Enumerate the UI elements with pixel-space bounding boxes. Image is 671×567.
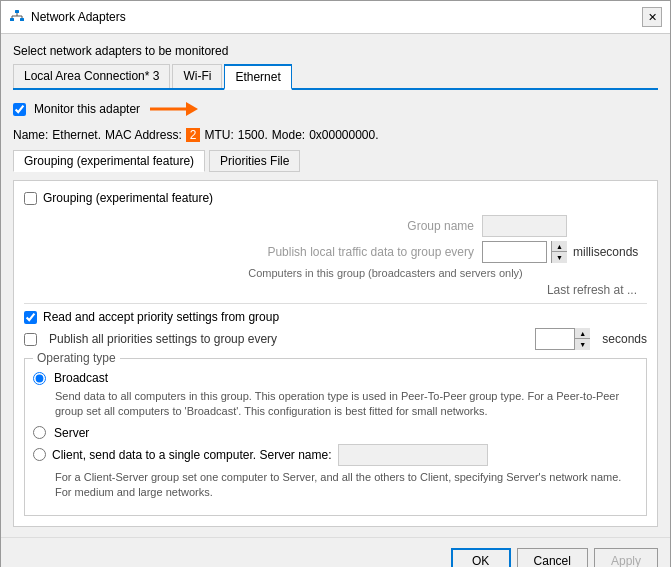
read-priority-checkbox[interactable] <box>24 311 37 324</box>
network-icon <box>9 9 25 25</box>
mode-label: Mode: <box>272 128 305 142</box>
footer: OK Cancel Apply <box>1 537 670 567</box>
name-label: Name: <box>13 128 48 142</box>
publish-priority-checkbox[interactable] <box>24 333 37 346</box>
svg-rect-2 <box>20 18 24 21</box>
close-button[interactable]: ✕ <box>642 7 662 27</box>
last-refresh-value: ... <box>627 283 637 297</box>
priority-spinner-buttons: ▲ ▼ <box>574 328 590 350</box>
spinner-buttons: ▲ ▼ <box>551 241 567 263</box>
radio-client[interactable] <box>33 448 46 461</box>
last-refresh-label: Last refresh at <box>547 283 624 297</box>
publish-priority-spinner: 60 ▲ ▼ <box>535 328 590 350</box>
client-desc: For a Client-Server group set one comput… <box>55 470 638 501</box>
adapter-tabs: Local Area Connection* 3 Wi-Fi Ethernet <box>13 64 658 90</box>
publish-traffic-label: Publish local traffic data to group ever… <box>24 245 482 259</box>
monitor-row: Monitor this adapter <box>13 98 658 120</box>
tab-wifi[interactable]: Wi-Fi <box>172 64 222 88</box>
read-priority-label: Read and accept priority settings from g… <box>43 310 279 324</box>
mtu-label: MTU: <box>204 128 233 142</box>
window-title: Network Adapters <box>31 10 126 24</box>
ok-button[interactable]: OK <box>451 548 511 567</box>
main-content: Select network adapters to be monitored … <box>1 34 670 537</box>
tab-ethernet[interactable]: Ethernet <box>224 64 291 90</box>
publish-unit: milliseconds <box>567 245 647 259</box>
svg-rect-0 <box>15 10 19 13</box>
monitor-label: Monitor this adapter <box>34 102 140 116</box>
tab-local-area[interactable]: Local Area Connection* 3 <box>13 64 170 88</box>
publish-priority-unit: seconds <box>602 332 647 346</box>
section-label: Select network adapters to be monitored <box>13 44 658 58</box>
publish-priority-row: Publish all priorities settings to group… <box>24 328 647 350</box>
arrow-annotation <box>148 98 198 120</box>
apply-button[interactable]: Apply <box>594 548 658 567</box>
operating-type-label: Operating type <box>33 351 120 365</box>
mode-value: 0x00000000. <box>309 128 378 142</box>
priority-spinner-down[interactable]: ▼ <box>574 339 590 350</box>
grouping-panel: Grouping (experimental feature) Group na… <box>13 180 658 527</box>
radio-server[interactable] <box>33 426 46 439</box>
group-name-input[interactable] <box>482 215 567 237</box>
cancel-button[interactable]: Cancel <box>517 548 588 567</box>
operating-type-box: Operating type Broadcast Send data to al… <box>24 358 647 516</box>
title-bar: Network Adapters ✕ <box>1 1 670 34</box>
radio-server-row: Server <box>33 426 638 440</box>
grouping-label: Grouping (experimental feature) <box>43 191 213 205</box>
mtu-value: 1500. <box>238 128 268 142</box>
monitor-checkbox[interactable] <box>13 103 26 116</box>
svg-marker-8 <box>186 102 198 116</box>
publish-value-input[interactable]: 5000 <box>482 241 547 263</box>
server-name-input[interactable] <box>338 444 488 466</box>
last-refresh-row: Last refresh at ... <box>24 283 647 297</box>
group-name-row: Group name <box>24 215 647 237</box>
adapter-info-row: Name: Ethernet. MAC Address: 2 MTU: 1500… <box>13 128 658 142</box>
sub-tab-priorities[interactable]: Priorities File <box>209 150 300 172</box>
computers-note: Computers in this group (broadcasters an… <box>24 267 647 279</box>
read-priority-row: Read and accept priority settings from g… <box>24 310 647 324</box>
mac-value: 2 <box>186 128 201 142</box>
priority-spinner-up[interactable]: ▲ <box>574 328 590 339</box>
radio-broadcast-row: Broadcast <box>33 371 638 385</box>
sub-tab-grouping[interactable]: Grouping (experimental feature) <box>13 150 205 172</box>
group-name-label: Group name <box>24 219 482 233</box>
publish-traffic-row: Publish local traffic data to group ever… <box>24 241 647 263</box>
radio-server-label: Server <box>54 426 89 440</box>
spinner-up[interactable]: ▲ <box>551 241 567 252</box>
window: Network Adapters ✕ Select network adapte… <box>0 0 671 567</box>
grouping-checkbox[interactable] <box>24 192 37 205</box>
grouping-checkbox-row: Grouping (experimental feature) <box>24 191 647 205</box>
sub-tabs: Grouping (experimental feature) Prioriti… <box>13 150 658 172</box>
divider <box>24 303 647 304</box>
spinner-down[interactable]: ▼ <box>551 252 567 263</box>
radio-broadcast-label: Broadcast <box>54 371 108 385</box>
mac-label: MAC Address: <box>105 128 182 142</box>
radio-client-label: Client, send data to a single computer. … <box>52 448 332 462</box>
radio-client-row: Client, send data to a single computer. … <box>33 444 638 466</box>
radio-broadcast[interactable] <box>33 372 46 385</box>
publish-priority-label: Publish all priorities settings to group… <box>49 332 527 346</box>
name-value: Ethernet. <box>52 128 101 142</box>
publish-spinner: 5000 ▲ ▼ <box>482 241 567 263</box>
broadcast-desc: Send data to all computers in this group… <box>55 389 638 420</box>
title-bar-left: Network Adapters <box>9 9 126 25</box>
svg-rect-1 <box>10 18 14 21</box>
